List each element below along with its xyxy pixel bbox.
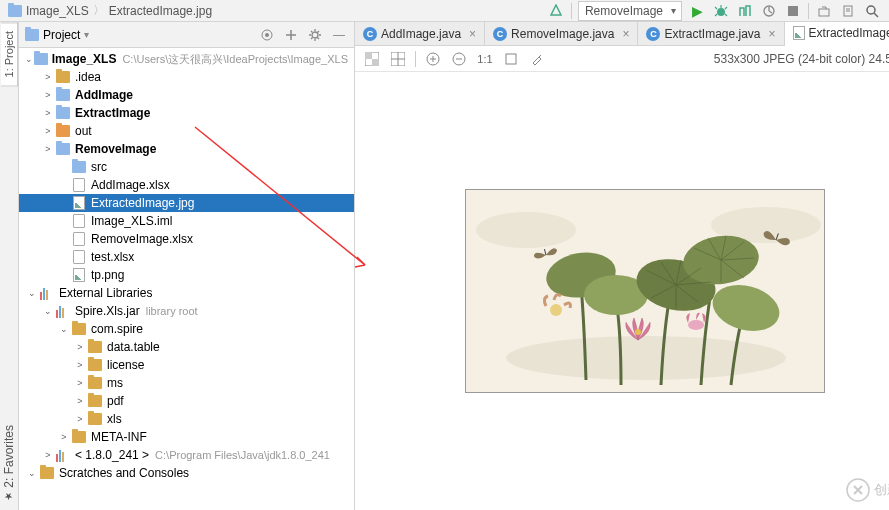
breadcrumb-item[interactable]: ExtractedImage.jpg bbox=[109, 4, 212, 18]
panel-title: Project bbox=[43, 28, 80, 42]
editor-tabs: CAddImage.java×CRemoveImage.java×CExtrac… bbox=[355, 22, 889, 46]
tree-item[interactable]: >.idea bbox=[19, 68, 354, 86]
run-config-dropdown[interactable]: RemoveImage bbox=[578, 1, 682, 21]
watermark: 创新互联 bbox=[846, 478, 889, 502]
editor-tab[interactable]: ExtractedImage.jpg× bbox=[785, 22, 889, 46]
tree-subpackage[interactable]: >ms bbox=[19, 374, 354, 392]
profiler-button[interactable] bbox=[760, 2, 778, 20]
scratches[interactable]: ⌄ Scratches and Consoles bbox=[19, 464, 354, 482]
tree-subpackage[interactable]: >license bbox=[19, 356, 354, 374]
favorites-tool-tab[interactable]: ★ 2: Favorites bbox=[0, 417, 18, 510]
coverage-button[interactable] bbox=[736, 2, 754, 20]
left-tool-rail: 1: Project ★ 2: Favorites bbox=[0, 22, 19, 510]
tree-subpackage[interactable]: >data.table bbox=[19, 338, 354, 356]
tree-item[interactable]: >AddImage bbox=[19, 86, 354, 104]
gear-icon[interactable] bbox=[306, 26, 324, 44]
search-icon[interactable] bbox=[863, 2, 881, 20]
tree-item[interactable]: >ExtractImage bbox=[19, 104, 354, 122]
tree-item[interactable]: RemoveImage.xlsx bbox=[19, 230, 354, 248]
project-panel: Project ▾ — ⌄ Image_XLSC:\Users\这天很高兴\Id… bbox=[19, 22, 355, 510]
external-libraries[interactable]: ⌄ External Libraries bbox=[19, 284, 354, 302]
debug-button[interactable] bbox=[712, 2, 730, 20]
color-picker-icon[interactable] bbox=[528, 50, 546, 68]
image-viewer-toolbar: 1:1 533x300 JPEG (24-bit color) 24.55 kB bbox=[355, 46, 889, 72]
fit-icon[interactable] bbox=[502, 50, 520, 68]
project-tool-tab[interactable]: 1: Project bbox=[1, 22, 18, 86]
annotation-arrow bbox=[335, 247, 375, 249]
expand-all-icon[interactable] bbox=[282, 26, 300, 44]
stop-button[interactable] bbox=[784, 2, 802, 20]
breadcrumb-item[interactable]: Image_XLS bbox=[26, 4, 89, 18]
tree-item[interactable]: ExtractedImage.jpg bbox=[19, 194, 354, 212]
project-tree: ⌄ Image_XLSC:\Users\这天很高兴\IdeaProjects\I… bbox=[19, 48, 354, 510]
close-tab-icon[interactable]: × bbox=[769, 27, 776, 41]
tree-package[interactable]: ⌄ com.spire bbox=[19, 320, 354, 338]
zoom-out-icon[interactable] bbox=[450, 50, 468, 68]
editor-tab[interactable]: CExtractImage.java× bbox=[638, 22, 784, 45]
structure-button[interactable] bbox=[839, 2, 857, 20]
tree-item[interactable]: >RemoveImage bbox=[19, 140, 354, 158]
tree-item[interactable]: AddImage.xlsx bbox=[19, 176, 354, 194]
close-tab-icon[interactable]: × bbox=[622, 27, 629, 41]
tree-item[interactable]: test.xlsx bbox=[19, 248, 354, 266]
svg-point-0 bbox=[717, 8, 725, 16]
editor-tab[interactable]: CAddImage.java× bbox=[355, 22, 485, 45]
tree-jar[interactable]: ⌄ Spire.Xls.jarlibrary root bbox=[19, 302, 354, 320]
svg-rect-2 bbox=[788, 6, 798, 16]
svg-rect-11 bbox=[372, 59, 379, 66]
breadcrumb: Image_XLS 〉 ExtractedImage.jpg RemoveIma… bbox=[0, 0, 889, 22]
svg-point-24 bbox=[550, 304, 562, 316]
svg-point-16 bbox=[476, 212, 576, 248]
svg-point-25 bbox=[635, 329, 641, 335]
tree-root[interactable]: ⌄ Image_XLSC:\Users\这天很高兴\IdeaProjects\I… bbox=[19, 50, 354, 68]
git-button[interactable] bbox=[815, 2, 833, 20]
image-viewer: 创新互联 bbox=[355, 72, 889, 510]
svg-point-5 bbox=[867, 6, 875, 14]
editor-area: CAddImage.java×CRemoveImage.java×CExtrac… bbox=[355, 22, 889, 510]
project-icon bbox=[25, 29, 39, 41]
tree-item[interactable]: >out bbox=[19, 122, 354, 140]
svg-point-18 bbox=[506, 336, 786, 380]
close-tab-icon[interactable]: × bbox=[469, 27, 476, 41]
editor-tab[interactable]: CRemoveImage.java× bbox=[485, 22, 638, 45]
image-content bbox=[465, 189, 825, 393]
svg-rect-3 bbox=[819, 9, 829, 16]
grid-icon[interactable] bbox=[389, 50, 407, 68]
zoom-in-icon[interactable] bbox=[424, 50, 442, 68]
svg-rect-10 bbox=[365, 52, 372, 59]
tree-subpackage[interactable]: >xls bbox=[19, 410, 354, 428]
image-info: 533x300 JPEG (24-bit color) 24.55 kB bbox=[714, 52, 889, 66]
hide-icon[interactable]: — bbox=[330, 26, 348, 44]
tree-item[interactable]: src bbox=[19, 158, 354, 176]
zoom-actual-button[interactable]: 1:1 bbox=[476, 50, 494, 68]
svg-point-8 bbox=[312, 32, 318, 38]
tree-jdk[interactable]: > < 1.8.0_241 >C:\Program Files\Java\jdk… bbox=[19, 446, 354, 464]
project-panel-header: Project ▾ — bbox=[19, 22, 354, 48]
tree-meta-inf[interactable]: > META-INF bbox=[19, 428, 354, 446]
build-icon[interactable] bbox=[547, 2, 565, 20]
folder-icon bbox=[8, 5, 22, 17]
tree-item[interactable]: tp.png bbox=[19, 266, 354, 284]
run-button[interactable]: ▶ bbox=[688, 2, 706, 20]
select-opened-icon[interactable] bbox=[258, 26, 276, 44]
svg-rect-14 bbox=[506, 54, 516, 64]
grid-bg-icon[interactable] bbox=[363, 50, 381, 68]
svg-point-26 bbox=[688, 320, 704, 330]
svg-point-7 bbox=[265, 33, 269, 37]
tree-subpackage[interactable]: >pdf bbox=[19, 392, 354, 410]
